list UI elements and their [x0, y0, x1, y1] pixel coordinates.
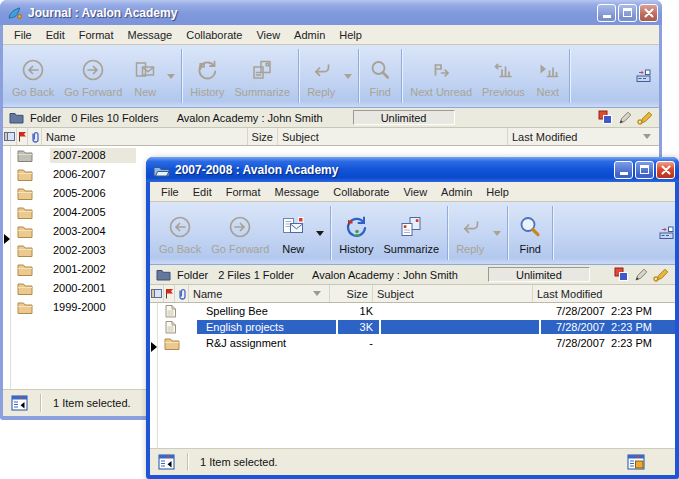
- column-name[interactable]: Name: [42, 128, 248, 145]
- menu-help[interactable]: Help: [332, 26, 369, 44]
- go-back-button[interactable]: Go Back: [154, 205, 206, 261]
- file-last-modified: 7/28/2007 2:23 PM: [541, 304, 675, 318]
- menu-file[interactable]: File: [7, 26, 39, 44]
- column-size[interactable]: Size: [330, 285, 373, 302]
- reply-dropdown-arrow[interactable]: [340, 48, 355, 104]
- customize-toolbar-icon[interactable]: [659, 226, 675, 240]
- folder-name: 2000-2001: [50, 281, 136, 296]
- next-unread-icon: [428, 54, 454, 86]
- new-dropdown-arrow[interactable]: [163, 48, 178, 104]
- close-button[interactable]: [656, 161, 675, 179]
- customize-toolbar-icon[interactable]: [636, 69, 652, 83]
- new-button[interactable]: New: [274, 205, 312, 261]
- folder-name: 2001-2002: [50, 262, 136, 277]
- menu-file[interactable]: File: [154, 183, 186, 201]
- menu-format[interactable]: Format: [219, 183, 268, 201]
- status-text: 1 Item selected.: [53, 397, 131, 409]
- previous-button[interactable]: Previous: [477, 48, 530, 104]
- next-button[interactable]: Next: [530, 48, 566, 104]
- reply-button[interactable]: Reply: [302, 48, 340, 104]
- summarize-button[interactable]: Summarize: [230, 48, 296, 104]
- file-row[interactable]: Spelling Bee 1K 7/28/2007 2:23 PM: [158, 303, 675, 319]
- menu-edit[interactable]: Edit: [186, 183, 219, 201]
- file-size: 3K: [338, 320, 379, 334]
- menu-collaborate[interactable]: Collaborate: [179, 26, 249, 44]
- toolbar: Go Back Go Forward New History Summarize: [3, 45, 659, 108]
- folder-name: R&J assignment: [197, 336, 336, 350]
- file-size: 1K: [338, 304, 379, 318]
- maximize-button[interactable]: [618, 4, 637, 22]
- maximize-button[interactable]: [635, 161, 654, 179]
- menu-admin[interactable]: Admin: [287, 26, 332, 44]
- go-forward-button[interactable]: Go Forward: [59, 48, 127, 104]
- reply-button[interactable]: Reply: [451, 205, 489, 261]
- new-dropdown-arrow[interactable]: [312, 205, 327, 261]
- folder-2007-2008-window[interactable]: 2007-2008 : Avalon Academy File Edit For…: [146, 157, 679, 479]
- toggle-panel-icon[interactable]: [11, 395, 28, 411]
- reply-dropdown-arrow[interactable]: [489, 205, 504, 261]
- splitter-handle-icon[interactable]: [4, 234, 10, 244]
- menu-view[interactable]: View: [249, 26, 287, 44]
- flag-column-icon[interactable]: [164, 285, 175, 302]
- go-forward-button[interactable]: Go Forward: [206, 205, 274, 261]
- window-title: 2007-2008 : Avalon Academy: [175, 163, 609, 177]
- summarize-button[interactable]: Summarize: [379, 205, 445, 261]
- reply-icon: [308, 54, 334, 86]
- column-size[interactable]: Size: [248, 128, 278, 145]
- menu-message[interactable]: Message: [121, 26, 180, 44]
- attachment-column-icon[interactable]: [175, 285, 189, 302]
- attachment-column-icon[interactable]: [28, 128, 42, 145]
- pane-splitter[interactable]: [3, 146, 11, 389]
- folder-icon: [158, 337, 197, 350]
- go-back-icon: [20, 54, 46, 86]
- view-panel-icon[interactable]: [627, 454, 645, 470]
- toolbar-separator: [569, 49, 570, 103]
- item-counts: 0 Files 10 Folders: [71, 112, 158, 124]
- minimize-button[interactable]: [597, 4, 616, 22]
- menu-collaborate[interactable]: Collaborate: [326, 183, 396, 201]
- find-button[interactable]: Find: [362, 48, 398, 104]
- folder-row[interactable]: R&J assignment - 7/28/2007 2:23 PM: [158, 335, 675, 351]
- menu-bar: File Edit Format Message Collaborate Vie…: [150, 182, 675, 202]
- go-back-icon: [167, 211, 193, 243]
- menu-format[interactable]: Format: [72, 26, 121, 44]
- minimize-button[interactable]: [614, 161, 633, 179]
- item-counts: 2 Files 1 Folder: [218, 269, 294, 281]
- status-text: 1 Item selected.: [200, 456, 278, 468]
- file-subject: [381, 320, 539, 334]
- folder-icon: [11, 225, 50, 238]
- go-back-button[interactable]: Go Back: [7, 48, 59, 104]
- folder-title-bar[interactable]: 2007-2008 : Avalon Academy: [146, 157, 679, 182]
- column-last-modified[interactable]: Last Modified: [533, 285, 675, 302]
- flag-column-icon[interactable]: [17, 128, 28, 145]
- folder-icon: [11, 244, 50, 257]
- column-last-modified[interactable]: Last Modified: [508, 128, 659, 145]
- item-type-column-icon[interactable]: [150, 285, 164, 302]
- menu-message[interactable]: Message: [268, 183, 327, 201]
- history-button[interactable]: History: [334, 205, 378, 261]
- menu-help[interactable]: Help: [479, 183, 516, 201]
- file-row-selected[interactable]: English projects 3K 7/28/2007 2:23 PM: [158, 319, 675, 335]
- close-button[interactable]: [639, 4, 658, 22]
- next-unread-button[interactable]: Next Unread: [405, 48, 477, 104]
- summarize-icon: [249, 54, 275, 86]
- history-icon: [194, 54, 220, 86]
- pane-splitter[interactable]: [150, 303, 158, 448]
- column-subject[interactable]: Subject: [278, 128, 508, 145]
- folder-window-icon: [153, 163, 170, 177]
- journal-title-bar[interactable]: Journal : Avalon Academy: [0, 0, 662, 25]
- find-button[interactable]: Find: [511, 205, 549, 261]
- new-button[interactable]: New: [127, 48, 163, 104]
- splitter-handle-icon[interactable]: [151, 342, 157, 352]
- column-name[interactable]: Name: [189, 285, 330, 302]
- menu-view[interactable]: View: [396, 183, 434, 201]
- history-button[interactable]: History: [185, 48, 229, 104]
- item-type-column-icon[interactable]: [3, 128, 17, 145]
- toggle-panel-icon[interactable]: [158, 454, 175, 470]
- folder-icon: [11, 206, 50, 219]
- menu-edit[interactable]: Edit: [39, 26, 72, 44]
- permissions-icon: [614, 267, 629, 282]
- column-subject[interactable]: Subject: [373, 285, 533, 302]
- file-last-modified: 7/28/2007 2:23 PM: [541, 320, 675, 334]
- menu-admin[interactable]: Admin: [434, 183, 479, 201]
